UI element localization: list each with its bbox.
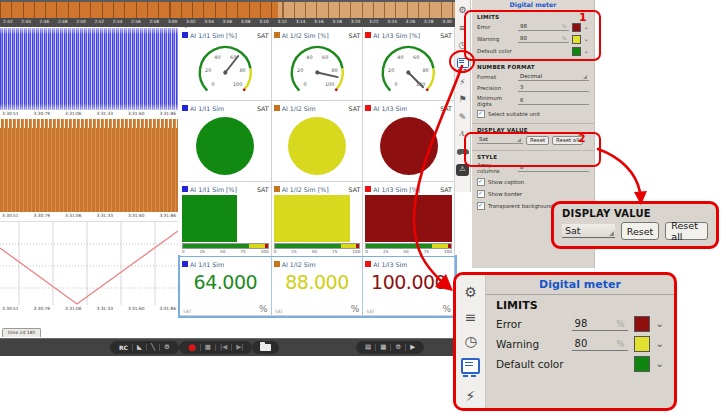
- tick-label: 75: [332, 249, 337, 254]
- next-event-button[interactable]: ▶|: [231, 344, 247, 351]
- minimum-digits-row: Minimum digits 6: [472, 93, 594, 108]
- channel-color-swatch: [182, 105, 188, 111]
- chevron-down-icon[interactable]: ⌄: [656, 319, 664, 329]
- tick-label: 3:30:51: [2, 112, 19, 116]
- channel-name: AI 1/I3 Sim [%]: [373, 32, 420, 39]
- tick-label: 3:30:79: [33, 307, 50, 311]
- warning-value-input[interactable]: 80%: [572, 338, 628, 351]
- recorder-waveform-orange[interactable]: [0, 119, 178, 212]
- default-color-swatch[interactable]: [634, 356, 650, 372]
- warning-color-swatch[interactable]: [634, 336, 650, 352]
- power-icon[interactable]: ⚡: [455, 74, 470, 92]
- warning-label: Warning: [496, 338, 566, 350]
- minimum-digits-input[interactable]: 6: [518, 97, 589, 105]
- indicator-lamp-widget[interactable]: AI 1/I3 SimSAT: [363, 101, 455, 181]
- screenshot-root: 2:422:442:462:482:502:522:542:562:583:00…: [0, 0, 726, 417]
- channel-color-swatch: [365, 105, 371, 111]
- zoom-display-value-box: DISPLAY VALUE Sat Reset Reset all: [551, 201, 719, 249]
- tick-label: 50: [403, 249, 408, 254]
- bar-meter-widget[interactable]: AI 1/I1 Sim [%]SAT 0255075100: [180, 182, 272, 256]
- reset-all-button[interactable]: Reset all: [665, 222, 708, 240]
- chevron-down-icon[interactable]: ⌄: [656, 359, 664, 369]
- precision-input[interactable]: 3: [518, 84, 589, 92]
- cursor-tool-icon[interactable]: ◣: [132, 344, 146, 351]
- zoom-digital-meter-box: ⚙≡◷⚡ Digital meter LIMITS Error 98% ⌄ Wa…: [453, 272, 677, 411]
- lamp-row: AI 1/I1 SimSAT AI 1/I2 SimSAT AI 1/I3 Si…: [180, 101, 455, 182]
- recorder-waveform-blue[interactable]: [0, 28, 178, 110]
- indicator-lamp-widget[interactable]: AI 1/I1 SimSAT: [180, 101, 272, 181]
- chart-gridlines: [0, 222, 178, 306]
- display-value-dropdown[interactable]: Sat: [562, 224, 615, 238]
- bar-meter-widget[interactable]: AI 1/I3 Sim [%]SAT 0255075100: [363, 182, 455, 256]
- warning-limit-row: Warning 80% ⌄: [486, 332, 674, 352]
- prev-event-button[interactable]: |◀: [215, 344, 231, 351]
- save-button[interactable]: ▤: [361, 344, 375, 351]
- time-axis-labels: 3:30:513:30:793:31:063:31:333:31:603:31:…: [0, 110, 178, 119]
- gauge-dial: 020406080100: [180, 40, 271, 98]
- digital-meter-widget[interactable]: AI 1/I2 Sim 88.000 SAT%: [272, 257, 364, 315]
- default-color-row: Default color ⌄: [486, 352, 674, 372]
- power-icon[interactable]: ⚡: [466, 384, 476, 409]
- channel-name: AI 1/I1 Sim [%]: [190, 32, 237, 39]
- control-gauge-icon[interactable]: ◷: [464, 329, 476, 354]
- analog-gauge-widget[interactable]: AI 1/I2 Sim [%]SAT 020406080100: [272, 28, 364, 100]
- stop-button[interactable]: ■: [200, 344, 215, 351]
- triangle-wave-trace: [0, 231, 178, 304]
- tick-label: 3:31:33: [96, 214, 113, 218]
- show-caption-checkbox[interactable]: Show caption: [472, 176, 594, 188]
- timeline-tick-labels: 2:422:442:462:482:502:522:542:562:583:00…: [0, 18, 455, 27]
- analog-gauge-widget[interactable]: AI 1/I1 Sim [%]SAT 020406080100: [180, 28, 272, 100]
- svg-text:80: 80: [423, 67, 429, 73]
- settings-gear-icon[interactable]: ⚙: [159, 344, 174, 351]
- digital-meter-widget[interactable]: AI 1/I1 Sim 64.000 SAT%: [180, 257, 272, 315]
- rc-button[interactable]: RC: [115, 345, 132, 351]
- tick-label: 3:08: [241, 20, 251, 24]
- timeline-range-tab[interactable]: time 2d 18h: [2, 328, 41, 337]
- show-border-checkbox[interactable]: Show border: [472, 188, 594, 200]
- tick-label: 75: [240, 249, 245, 254]
- svg-text:0: 0: [395, 81, 398, 87]
- svg-text:80: 80: [239, 67, 245, 73]
- status-badge: SAT: [349, 32, 361, 39]
- channel-color-swatch: [365, 186, 371, 192]
- digital-display-icon[interactable]: [461, 358, 480, 374]
- error-color-swatch[interactable]: [634, 316, 650, 332]
- tick-label: 3:14: [296, 20, 306, 24]
- open-file-button[interactable]: [260, 344, 271, 351]
- channel-color-swatch: [365, 261, 371, 267]
- status-badge: SAT: [257, 186, 269, 193]
- measure-tool-icon[interactable]: ╲: [146, 344, 159, 351]
- timeline-overview[interactable]: [0, 0, 455, 18]
- play-button[interactable]: ▶: [405, 344, 419, 351]
- tick-label: 2:44: [21, 20, 31, 24]
- bottom-toolbar: RC◣╲⚙ ●■|◀▶| ▤▦⚙▶: [0, 338, 455, 356]
- flag-icon[interactable]: ⚑: [455, 91, 470, 109]
- error-value-input[interactable]: 98%: [572, 318, 628, 331]
- precision-label: Precision: [477, 85, 515, 91]
- bar-meter-widget[interactable]: AI 1/I2 Sim [%]SAT 0255075100: [272, 182, 364, 256]
- select-suitable-unit-checkbox[interactable]: Select suitable unit: [472, 108, 594, 120]
- chevron-down-icon[interactable]: ⌄: [656, 339, 664, 349]
- recorder-line-chart[interactable]: [0, 221, 178, 306]
- svg-text:0: 0: [303, 81, 306, 87]
- digital-meter-row-selected[interactable]: AI 1/I1 Sim 64.000 SAT% AI 1/I2 Sim 88.0…: [180, 257, 455, 316]
- format-row: Format Decimal: [472, 71, 594, 82]
- channel-list-icon[interactable]: ≡: [465, 305, 477, 330]
- svg-text:60: 60: [322, 54, 328, 60]
- channel-color-swatch: [274, 105, 280, 111]
- digital-meter-widget[interactable]: AI 1/I3 Sim 100.000 SAT%: [363, 257, 455, 315]
- indicator-lamp-widget[interactable]: AI 1/I2 SimSAT: [272, 101, 364, 181]
- settings-gear-icon[interactable]: ⚙: [464, 280, 477, 305]
- channel-color-swatch: [274, 32, 280, 38]
- status-badge: SAT: [440, 32, 452, 39]
- format-dropdown[interactable]: Decimal: [518, 73, 589, 81]
- toolbar-group-output: ▤▦⚙▶: [356, 341, 424, 354]
- print-button[interactable]: ▦: [375, 344, 390, 351]
- channel-color-swatch: [182, 261, 188, 267]
- analog-gauge-widget[interactable]: AI 1/I3 Sim [%]SAT 020406080100: [363, 28, 455, 100]
- record-button[interactable]: ●: [184, 343, 200, 352]
- setup-gear-button[interactable]: ⚙: [390, 344, 405, 351]
- pen-icon[interactable]: ✎: [455, 109, 470, 127]
- reset-button[interactable]: Reset: [621, 222, 660, 240]
- tick-label: 3:28: [424, 20, 434, 24]
